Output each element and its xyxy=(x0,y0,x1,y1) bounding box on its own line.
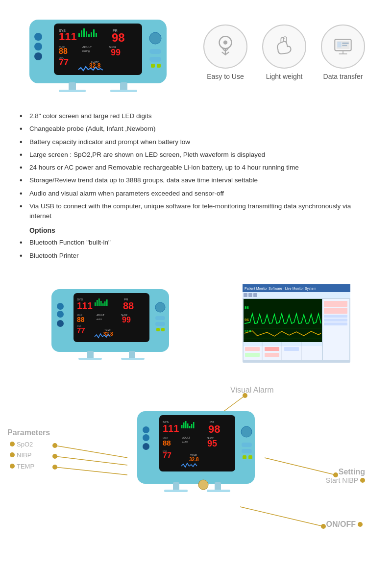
svg-line-112 xyxy=(55,446,127,458)
svg-rect-95 xyxy=(324,301,347,307)
temp-label: TEMP xyxy=(10,463,34,470)
svg-rect-76 xyxy=(87,351,94,359)
parameters-label: Parameters xyxy=(7,428,50,437)
spec-item-7: Audio and visual alarm when parameters e… xyxy=(20,187,372,200)
svg-rect-54 xyxy=(104,301,106,306)
svg-text:99: 99 xyxy=(122,316,131,324)
svg-rect-9 xyxy=(91,32,92,37)
svg-rect-128 xyxy=(185,421,187,428)
svg-point-69 xyxy=(57,311,64,318)
svg-rect-78 xyxy=(78,358,102,360)
options-heading: Options xyxy=(29,226,372,234)
spec-item-8: Via USB to connect with the computer, un… xyxy=(20,200,372,223)
spec-item-2: Changeable probe (Adult, Infant ,Newborn… xyxy=(20,123,372,135)
svg-rect-29 xyxy=(149,57,161,62)
svg-point-115 xyxy=(52,454,57,459)
svg-rect-107 xyxy=(284,347,299,351)
svg-text:88: 88 xyxy=(77,316,85,323)
feature-easy-to-use: Easy to Use xyxy=(203,25,247,80)
svg-rect-44 xyxy=(342,45,347,47)
light-weight-icon-circle xyxy=(262,25,306,69)
svg-rect-77 xyxy=(129,351,135,359)
svg-text:32.8: 32.8 xyxy=(189,457,199,462)
spec-item-6: Storage/Review trend data up to 3888 gro… xyxy=(20,174,372,187)
device-image-top: SYS 111 PR 98 MAP 88 ADULT mmHg SpO2 99 … xyxy=(15,10,181,95)
svg-rect-156 xyxy=(164,490,188,492)
svg-rect-52 xyxy=(100,301,102,306)
svg-point-145 xyxy=(143,426,149,433)
svg-point-68 xyxy=(57,303,64,310)
svg-rect-35 xyxy=(110,90,137,92)
data-transfer-label: Data transfer xyxy=(323,73,363,80)
temp-dot xyxy=(10,464,15,469)
svg-point-146 xyxy=(143,434,149,441)
svg-rect-74 xyxy=(156,328,160,331)
easy-to-use-label: Easy to Use xyxy=(207,73,244,80)
svg-text:86: 86 xyxy=(245,305,249,310)
svg-rect-108 xyxy=(245,353,260,357)
svg-text:77: 77 xyxy=(59,57,69,67)
svg-rect-7 xyxy=(86,31,87,37)
svg-text:ADULT: ADULT xyxy=(182,436,190,439)
svg-point-37 xyxy=(223,41,227,45)
spec-item-1: 2.8" color screen and large red LED digi… xyxy=(20,110,372,123)
svg-rect-130 xyxy=(189,426,191,428)
svg-rect-49 xyxy=(95,302,96,306)
svg-rect-51 xyxy=(98,298,100,306)
svg-rect-5 xyxy=(81,30,82,37)
option-item-2: Bluetooth Printer xyxy=(20,249,372,262)
onoff-label: ON/OFF xyxy=(326,520,363,529)
device-svg-mid: SYS 111 PR 88 MAP 88 ADULT AUTO SpO2 99 … xyxy=(42,282,179,365)
svg-rect-105 xyxy=(245,347,260,351)
svg-text:111: 111 xyxy=(59,30,77,43)
device-svg-bottom: SYS 111 PR 98 MAP 88 ADULT AUTO SpO2 95 … xyxy=(127,406,265,504)
svg-rect-11 xyxy=(96,33,97,37)
middle-images-section: SYS 111 PR 88 MAP 88 ADULT AUTO SpO2 99 … xyxy=(0,272,392,377)
top-section: SYS 111 PR 98 MAP 88 ADULT mmHg SpO2 99 … xyxy=(0,0,392,100)
svg-text:88: 88 xyxy=(123,300,134,311)
svg-rect-10 xyxy=(93,29,95,37)
svg-text:ADULT: ADULT xyxy=(97,314,104,317)
svg-text:AUTO: AUTO xyxy=(97,318,102,321)
svg-line-116 xyxy=(55,467,127,475)
options-list: Bluetooth Function "built-in" Bluetooth … xyxy=(20,236,372,262)
svg-rect-6 xyxy=(83,28,85,37)
svg-rect-127 xyxy=(183,422,185,428)
svg-rect-149 xyxy=(242,443,252,447)
svg-rect-82 xyxy=(243,292,350,298)
nibp-label: NIBP xyxy=(10,451,31,459)
specs-list: 2.8" color screen and large red LED digi… xyxy=(20,110,372,223)
svg-rect-34 xyxy=(59,90,86,92)
svg-rect-109 xyxy=(265,353,279,357)
device-svg-top: SYS 111 PR 98 MAP 88 ADULT mmHg SpO2 99 … xyxy=(15,10,181,93)
svg-rect-31 xyxy=(157,64,161,68)
svg-text:AUTO: AUTO xyxy=(182,441,188,443)
spec-item-4: Large screen : SpO2,PR are shown on LED … xyxy=(20,149,372,161)
svg-text:77: 77 xyxy=(77,326,85,334)
svg-text:Patient Monitor Software - Liv: Patient Monitor Software - Live Monitor … xyxy=(245,287,316,291)
svg-rect-131 xyxy=(191,424,193,428)
mid-device-image: SYS 111 PR 88 MAP 88 ADULT AUTO SpO2 99 … xyxy=(42,282,179,367)
svg-rect-53 xyxy=(102,303,104,306)
light-weight-label: Light weight xyxy=(266,73,303,80)
svg-rect-42 xyxy=(337,42,341,48)
svg-rect-30 xyxy=(151,64,155,68)
svg-point-71 xyxy=(155,302,165,312)
feature-data-transfer: Data transfer xyxy=(321,25,365,80)
bottom-device-image: SYS 111 PR 98 MAP 88 ADULT AUTO SpO2 95 … xyxy=(127,406,265,506)
svg-rect-101 xyxy=(244,342,322,346)
svg-rect-86 xyxy=(253,293,257,297)
svg-rect-8 xyxy=(88,34,90,37)
feature-icons-row: Easy to Use Light weight xyxy=(203,25,365,80)
svg-rect-55 xyxy=(106,299,108,306)
svg-text:77: 77 xyxy=(163,451,172,460)
data-transfer-icon-circle xyxy=(321,25,365,69)
svg-point-24 xyxy=(34,33,42,41)
features-right: Easy to Use Light weight xyxy=(191,25,377,80)
svg-point-26 xyxy=(34,52,42,60)
feature-light-weight: Light weight xyxy=(262,25,306,80)
svg-rect-97 xyxy=(324,315,347,318)
software-screenshot: Patient Monitor Software - Live Monitor … xyxy=(243,284,350,365)
svg-rect-50 xyxy=(97,300,98,306)
svg-text:37.5: 37.5 xyxy=(245,329,251,333)
